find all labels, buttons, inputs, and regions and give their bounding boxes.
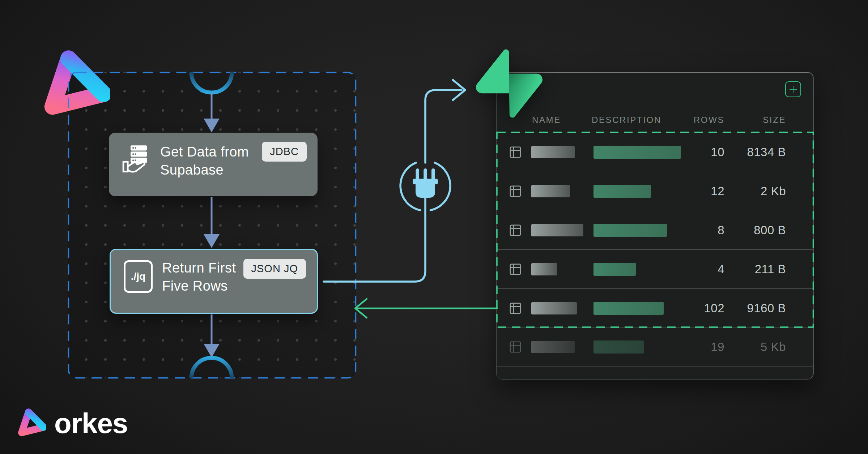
orkes-wordmark: orkes (54, 409, 128, 437)
column-header-rows: ROWS (677, 115, 724, 125)
rows-count: 4 (677, 262, 724, 276)
jq-icon: ./jq (124, 260, 153, 293)
table-row[interactable]: 8800 B (497, 211, 813, 250)
supabase-logo (476, 49, 542, 120)
name-placeholder-bar (531, 185, 570, 197)
table-row[interactable]: 195 Kb (497, 328, 813, 367)
rows-count: 8 (677, 223, 724, 237)
name-placeholder-bar (531, 302, 577, 314)
description-placeholder-bar (593, 340, 644, 354)
name-placeholder-bar (531, 146, 575, 158)
table-icon (509, 184, 522, 199)
name-placeholder-bar (531, 263, 557, 275)
row-size: 2 Kb (729, 184, 786, 198)
row-size: 8134 B (729, 145, 786, 159)
name-placeholder-bar (531, 224, 583, 236)
row-size: 5 Kb (729, 340, 786, 354)
table-row[interactable]: 108134 B (497, 133, 813, 172)
orkes-logo-small (15, 408, 46, 439)
description-placeholder-bar (593, 263, 636, 276)
rows-count: 10 (677, 145, 724, 159)
table-row[interactable]: 4211 B (497, 250, 813, 289)
column-header-size: SIZE (729, 115, 786, 125)
description-placeholder-bar (593, 146, 681, 159)
task-node-return-rows[interactable]: ./jq Return First Five Rows JSON JQ (110, 249, 318, 314)
table-rows: 108134 B122 Kb8800 B4211 B1029160 B195 K… (497, 133, 813, 367)
row-size: 9160 B (729, 301, 786, 315)
table-row[interactable]: 1029160 B (497, 289, 813, 328)
column-header-description: DESCRIPTION (592, 115, 661, 125)
supabase-table-panel: NAME DESCRIPTION ROWS SIZE 108134 B122 K… (496, 72, 814, 380)
plug-circle (400, 163, 450, 210)
table-icon (509, 262, 522, 277)
arrow-to-supabase (453, 80, 465, 100)
node-title: Get Data from Supabase (160, 143, 249, 179)
table-icon (509, 301, 522, 316)
add-table-button[interactable] (785, 81, 801, 97)
rows-count: 19 (677, 340, 724, 354)
description-placeholder-bar (593, 185, 651, 198)
table-icon (509, 223, 522, 238)
description-placeholder-bar (593, 302, 664, 315)
orkes-brand: orkes (15, 408, 128, 439)
rows-count: 102 (677, 301, 724, 315)
result-arrow-to-node (355, 299, 497, 318)
task-node-get-data[interactable]: Get Data from Supabase JDBC (109, 133, 318, 196)
table-row[interactable]: 122 Kb (497, 172, 813, 211)
orkes-logo (38, 48, 110, 122)
plus-icon (788, 85, 798, 94)
plug-icon (413, 168, 438, 198)
task-type-badge: JSON JQ (243, 259, 306, 279)
row-size: 211 B (729, 262, 786, 276)
table-icon (509, 339, 522, 355)
database-hand-icon (122, 144, 151, 175)
description-placeholder-bar (593, 224, 667, 237)
node-title: Return First Five Rows (162, 259, 236, 295)
name-placeholder-bar (531, 341, 575, 353)
task-type-badge: JDBC (262, 142, 307, 162)
table-icon (509, 145, 522, 160)
rows-count: 12 (677, 184, 724, 198)
row-size: 800 B (729, 223, 786, 237)
canvas: Get Data from Supabase JDBC ./jq Return … (0, 0, 868, 454)
workflow-canvas[interactable] (68, 72, 356, 378)
